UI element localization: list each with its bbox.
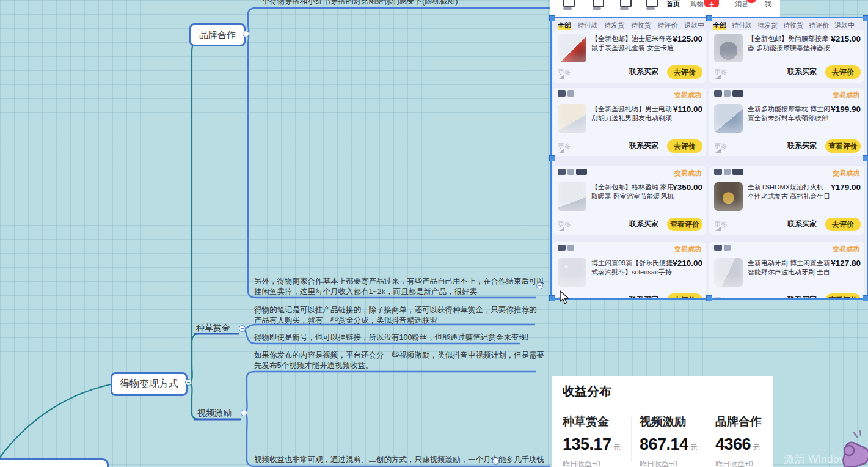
orders-column-1: 全部 待付款 待发货 待收货 待评价 退款中 【全新包邮】迪士尼米奇老鼠手表圣诞… xyxy=(553,18,707,298)
collapse-toggle-brand-coop[interactable] xyxy=(243,31,249,37)
note-video-plan[interactable]: 如果你发布的内容是视频，平台还会分一些视频激励，类似抖音中视频计划，但是需要先发… xyxy=(254,350,546,370)
tab-shop[interactable]: 购物 xyxy=(690,0,704,9)
more-button[interactable]: 更多 xyxy=(558,68,571,77)
tab-refund[interactable]: 退款中 xyxy=(834,21,855,30)
tab-all[interactable]: 全部 xyxy=(558,21,571,30)
contact-buyer-button[interactable]: 联系买家 xyxy=(629,141,658,151)
review-button[interactable]: 去评价 xyxy=(667,293,702,298)
order-card[interactable]: 交易成功 全新电动牙刷 博主闲置全新智能拜尔声波电动牙刷 全自动电动牙 ¥127… xyxy=(709,242,864,298)
revenue-sub: 昨日收益+0 xyxy=(640,459,712,467)
resize-handle-w[interactable] xyxy=(549,155,555,161)
review-button[interactable]: 去评价 xyxy=(825,218,861,231)
mindmap-canvas[interactable]: { "accent": {"branch_teal": "#2b8696", "… xyxy=(0,0,868,467)
tab-toreview[interactable]: 待评价 xyxy=(809,21,829,30)
more-button[interactable]: 更多 xyxy=(558,220,571,229)
node-seeding-bounty[interactable]: 种草赏金 xyxy=(196,323,230,334)
more-button[interactable]: 更多 xyxy=(714,68,728,77)
tabbar-icon[interactable] xyxy=(563,0,575,7)
resize-handle-ne[interactable] xyxy=(863,15,868,21)
tab-toreceive[interactable]: 待收货 xyxy=(783,21,803,30)
tab-toship[interactable]: 待发货 xyxy=(604,21,624,30)
node-brand-coop[interactable]: 品牌合作 xyxy=(189,23,246,46)
orders-column-2: 全部 待付款 待发货 待收货 待评价 退款中 【全新包邮】樊尚腰部按摩器 多功能… xyxy=(709,18,866,298)
note-bounty-newbie[interactable]: 得物即使是新号，也可以挂链接，所以没有100粉丝，也能通过赚笔记赏金来变现! xyxy=(254,333,546,343)
collapse-toggle-brand-extra[interactable] xyxy=(536,282,543,289)
resize-handle-se[interactable] xyxy=(863,295,868,301)
tab-me[interactable]: 我 xyxy=(765,0,771,9)
review-button[interactable]: 查看评价 xyxy=(825,293,861,298)
note-bounty-link[interactable]: 得物的笔记是可以挂产品链接的，除了接商单，还可以获得种草赏金，只要你推荐的产品有… xyxy=(254,305,542,325)
tabbar-icon[interactable] xyxy=(646,0,658,7)
product-thumbnail xyxy=(558,182,586,211)
resize-handle-nw[interactable] xyxy=(549,15,555,21)
revenue-unit: 元 xyxy=(613,443,621,452)
tab-all[interactable]: 全部 xyxy=(713,21,726,30)
resize-handle-e[interactable] xyxy=(863,155,868,161)
tab-refund[interactable]: 退款中 xyxy=(684,21,704,30)
order-tabs: 全部 待付款 待发货 待收货 待评价 退款中 xyxy=(558,21,704,30)
tab-toreceive[interactable]: 待收货 xyxy=(631,21,651,30)
product-thumbnail xyxy=(714,104,743,133)
publish-plus-button[interactable]: + xyxy=(704,0,719,7)
order-card[interactable]: 交易成功 博主闲置99新【舒乐氏便捷式蒸汽熨斗】soleusair手持 ¥210… xyxy=(553,242,706,298)
contact-buyer-button[interactable]: 联系买家 xyxy=(787,67,817,77)
tabbar-icon[interactable] xyxy=(593,0,604,7)
contact-buyer-button[interactable]: 联系买家 xyxy=(787,219,817,229)
contact-buyer-button[interactable]: 联系买家 xyxy=(629,67,658,77)
resize-handle-n[interactable] xyxy=(706,15,712,21)
divider xyxy=(631,417,632,462)
xianyu-orders-screenshot[interactable]: 全部 待付款 待发货 待收货 待评价 退款中 【全新包邮】迪士尼米奇老鼠手表圣诞… xyxy=(552,18,867,298)
product-title: 【全新圣诞礼物】男士电动刮胡刀送礼男朋友电动剃须刀节日礼盒美 xyxy=(591,105,676,123)
tab-toreview[interactable]: 待评价 xyxy=(657,21,677,30)
revenue-label: 品牌合作 xyxy=(715,414,773,430)
note-outfit-compare[interactable]: 一个得物穿搭和小红书穿搭的对比图给你们感受下(随机截图) xyxy=(254,0,552,7)
order-card[interactable]: 【全新包邮】樊尚腰部按摩器 多功能按摩腰靠垫神器按摩枕头 ¥215.00 更多 … xyxy=(709,30,864,83)
revenue-sub: 昨日收益+0 xyxy=(715,459,773,467)
contact-buyer-button[interactable]: 联系买家 xyxy=(629,295,658,298)
note-brand-extra[interactable]: 另外，得物商家合作基本上都要寄产品过来，有些产品自己用不上，在合作结束后可以挂闲… xyxy=(254,276,546,296)
tab-topay[interactable]: 待付款 xyxy=(732,21,752,30)
resize-handle-sw[interactable] xyxy=(549,295,555,301)
note-video-income[interactable]: 视频收益也非常可观，通过混剪、二创的方式，只赚视频激励，一个月也能多几千块钱 xyxy=(254,455,547,465)
review-button[interactable]: 去评价 xyxy=(667,65,702,79)
collapse-toggle-seeding-bounty[interactable] xyxy=(239,325,246,332)
revenue-distribution-panel[interactable]: 收益分布 种草赏金 135.17元 昨日收益+0 视频激励 867.14元 昨日… xyxy=(552,376,773,467)
collapse-toggle-video-incentive[interactable] xyxy=(241,410,247,416)
collapse-toggle-monetization[interactable] xyxy=(185,379,192,386)
tab-topay[interactable]: 待付款 xyxy=(578,21,598,30)
node-monetization[interactable]: 得物变现方式 xyxy=(111,372,188,396)
more-button[interactable]: 更多 xyxy=(714,296,728,298)
tab-toship[interactable]: 待发货 xyxy=(757,21,778,30)
more-button[interactable]: 更多 xyxy=(714,142,728,151)
tabbar-icon-label xyxy=(593,7,601,10)
order-card[interactable]: 【全新包邮】迪士尼米奇老鼠手表圣诞礼盒装 女生卡通手表 高档 ¥125.00 更… xyxy=(553,30,706,83)
product-title: 【全新包邮】樊尚腰部按摩器 多功能按摩腰靠垫神器按摩枕头 xyxy=(748,34,832,53)
node-video-incentive[interactable]: 视频激励 xyxy=(197,408,232,419)
node-root-partial[interactable] xyxy=(0,458,109,467)
buyer-blur xyxy=(558,245,576,255)
review-button[interactable]: 去评价 xyxy=(667,139,702,153)
review-button[interactable]: 去评价 xyxy=(825,65,861,79)
tab-home[interactable]: 首页 xyxy=(666,0,680,9)
tab-messages[interactable]: 消息 xyxy=(735,0,748,9)
order-card[interactable]: 交易成功 全新多功能按摩靠枕 博主闲置全新未拆封车载颈部腰部按摩靠枕 ¥199.… xyxy=(709,88,864,156)
collapse-toggle-video-income[interactable] xyxy=(492,458,499,465)
tabbar-icon[interactable] xyxy=(620,0,632,7)
more-button[interactable]: 更多 xyxy=(714,220,728,229)
tabbar-icon-label xyxy=(646,7,655,10)
contact-buyer-button[interactable]: 联系买家 xyxy=(787,141,817,151)
contact-buyer-button[interactable]: 联系买家 xyxy=(629,219,658,229)
order-card[interactable]: 交易成功 【全新包邮】格林盈璐 家用取暖器 卧室浴室节能暖风机 婴儿洗 ¥350… xyxy=(553,166,706,235)
revenue-label: 种草赏金 xyxy=(563,414,635,430)
product-title: 全新电动牙刷 博主闲置全新智能拜尔声波电动牙刷 全自动电动牙 xyxy=(748,259,832,278)
product-thumbnail xyxy=(714,182,743,211)
order-card[interactable]: 交易成功 【全新圣诞礼物】男士电动刮胡刀送礼男朋友电动剃须刀节日礼盒美 ¥110… xyxy=(553,88,706,156)
contact-buyer-button[interactable]: 联系买家 xyxy=(787,295,817,298)
review-button[interactable]: 查看评价 xyxy=(667,218,702,231)
order-card[interactable]: 交易成功 全新TSHOMX煤油打火机 个性老式复古 高档礼盒生日送男 ¥179.… xyxy=(709,166,864,235)
more-button[interactable]: 更多 xyxy=(558,142,571,151)
review-button[interactable]: 查看评价 xyxy=(825,139,861,153)
app-tabbar: 首页 购物 + 消息 我 xyxy=(550,0,780,17)
resize-handle-s[interactable] xyxy=(706,295,712,301)
order-status: 交易成功 xyxy=(833,90,859,100)
